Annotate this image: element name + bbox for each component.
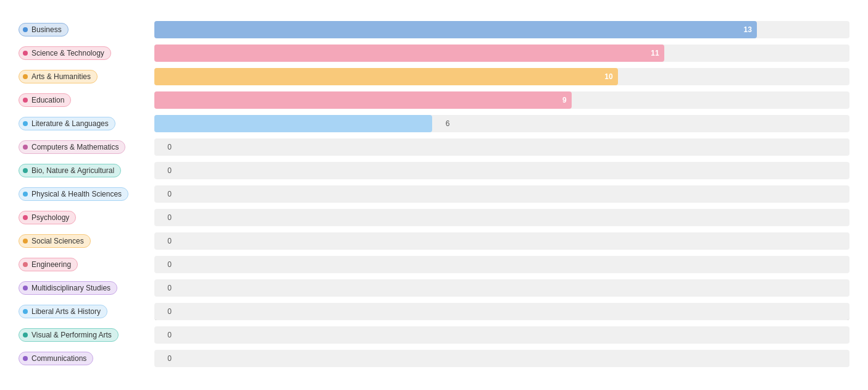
bar-value: 13 bbox=[744, 25, 752, 34]
bar-label-pill: Engineering bbox=[19, 258, 78, 271]
bar-track: 0 bbox=[154, 138, 849, 156]
bar-row: Science & Technology11 bbox=[19, 42, 849, 64]
bars-wrapper: Business13Science & Technology11Arts & H… bbox=[19, 19, 849, 310]
bar-row: Social Sciences0 bbox=[19, 230, 849, 252]
bar-label-container: Communications bbox=[19, 352, 154, 365]
bar-label-pill: Bio, Nature & Agricultural bbox=[19, 164, 121, 177]
bar-track: 0 bbox=[154, 162, 849, 179]
bar-label-container: Education bbox=[19, 93, 154, 107]
bar-dot bbox=[23, 286, 28, 290]
bar-track: 9 bbox=[154, 91, 849, 109]
bar-label-pill: Arts & Humanities bbox=[19, 70, 98, 83]
bar-label-container: Computers & Mathematics bbox=[19, 140, 154, 154]
bar-label-pill: Liberal Arts & History bbox=[19, 305, 107, 318]
bar-row: Liberal Arts & History0 bbox=[19, 300, 849, 323]
bar-row: Bio, Nature & Agricultural0 bbox=[19, 159, 849, 182]
bar-label-container: Arts & Humanities bbox=[19, 70, 154, 83]
bar-track: 0 bbox=[154, 350, 849, 367]
bar-label-text: Education bbox=[31, 96, 64, 104]
bar-row: Physical & Health Sciences0 bbox=[19, 183, 849, 205]
bar-label-container: Physical & Health Sciences bbox=[19, 187, 154, 201]
bar-row: Visual & Performing Arts0 bbox=[19, 324, 849, 346]
bar-label-pill: Literature & Languages bbox=[19, 117, 115, 130]
bar-dot bbox=[23, 262, 28, 267]
bar-label-pill: Communications bbox=[19, 352, 93, 365]
bar-label-pill: Business bbox=[19, 23, 69, 36]
bar-label-pill: Psychology bbox=[19, 211, 76, 224]
bar-label-container: Literature & Languages bbox=[19, 117, 154, 130]
bar-label-text: Visual & Performing Arts bbox=[31, 331, 112, 339]
bar-value: 11 bbox=[651, 49, 659, 57]
bar-value: 10 bbox=[604, 72, 612, 81]
bar-label-text: Psychology bbox=[31, 213, 69, 222]
bar-label-pill: Visual & Performing Arts bbox=[19, 328, 119, 342]
bar-label-pill: Computers & Mathematics bbox=[19, 140, 125, 154]
bar-value: 0 bbox=[167, 260, 172, 269]
bar-track: 10 bbox=[154, 68, 849, 85]
bar-track: 13 bbox=[154, 21, 849, 38]
bar-value: 0 bbox=[167, 237, 172, 245]
bar-fill: 10 bbox=[154, 68, 618, 85]
bar-label-container: Bio, Nature & Agricultural bbox=[19, 164, 154, 177]
bar-label-pill: Physical & Health Sciences bbox=[19, 187, 128, 201]
bar-track: 0 bbox=[154, 303, 849, 320]
bar-dot bbox=[23, 145, 28, 150]
bar-dot bbox=[23, 51, 28, 56]
bar-value: 6 bbox=[446, 119, 450, 128]
bar-value: 0 bbox=[167, 284, 172, 292]
bar-label-container: Multidisciplinary Studies bbox=[19, 281, 154, 295]
bar-label-container: Business bbox=[19, 23, 154, 36]
bar-label-container: Visual & Performing Arts bbox=[19, 328, 154, 342]
bar-dot bbox=[23, 309, 28, 314]
bar-value: 0 bbox=[167, 213, 172, 222]
chart-container: Business13Science & Technology11Arts & H… bbox=[0, 0, 868, 390]
bar-label-pill: Multidisciplinary Studies bbox=[19, 281, 117, 295]
bar-track: 0 bbox=[154, 209, 849, 226]
chart-area: Business13Science & Technology11Arts & H… bbox=[19, 19, 849, 328]
bar-label-text: Business bbox=[31, 25, 62, 34]
bar-row: Business13 bbox=[19, 19, 849, 41]
bar-label-container: Social Sciences bbox=[19, 234, 154, 248]
bar-dot bbox=[23, 215, 28, 220]
bar-fill: 11 bbox=[154, 45, 664, 62]
bar-dot bbox=[23, 192, 28, 197]
bar-dot bbox=[23, 121, 28, 126]
bar-value: 0 bbox=[167, 166, 172, 175]
bar-fill: 9 bbox=[154, 91, 572, 109]
bar-label-text: Science & Technology bbox=[31, 49, 104, 57]
bar-track: 0 bbox=[154, 256, 849, 273]
bar-value: 0 bbox=[167, 143, 172, 151]
bar-row: Engineering0 bbox=[19, 253, 849, 276]
bar-dot bbox=[23, 27, 28, 32]
bar-row: Education9 bbox=[19, 89, 849, 111]
bar-dot bbox=[23, 168, 28, 173]
bar-label-container: Science & Technology bbox=[19, 46, 154, 60]
bar-row: Arts & Humanities10 bbox=[19, 66, 849, 88]
bar-label-pill: Social Sciences bbox=[19, 234, 91, 248]
bar-label-pill: Science & Technology bbox=[19, 46, 111, 60]
bar-row: Literature & Languages6 bbox=[19, 112, 849, 135]
bar-value: 0 bbox=[167, 307, 172, 316]
bar-track: 0 bbox=[154, 326, 849, 344]
bar-label-text: Computers & Mathematics bbox=[31, 143, 119, 151]
bar-dot bbox=[23, 333, 28, 337]
bar-value: 0 bbox=[167, 190, 172, 198]
bar-label-text: Liberal Arts & History bbox=[31, 307, 101, 316]
bar-label-text: Engineering bbox=[31, 260, 71, 269]
bar-label-text: Multidisciplinary Studies bbox=[31, 284, 111, 292]
bar-dot bbox=[23, 356, 28, 361]
bar-track: 11 bbox=[154, 45, 849, 62]
bar-label-pill: Education bbox=[19, 93, 71, 107]
bar-track: 0 bbox=[154, 279, 849, 297]
bar-label-container: Psychology bbox=[19, 211, 154, 224]
bar-label-container: Liberal Arts & History bbox=[19, 305, 154, 318]
bar-label-text: Arts & Humanities bbox=[31, 72, 91, 81]
bar-label-text: Social Sciences bbox=[31, 237, 84, 245]
bar-row: Psychology0 bbox=[19, 206, 849, 229]
bar-track: 0 bbox=[154, 232, 849, 250]
bar-dot bbox=[23, 98, 28, 103]
bar-fill: 6 bbox=[154, 115, 432, 132]
bar-value: 9 bbox=[562, 96, 567, 104]
bar-fill: 13 bbox=[154, 21, 757, 38]
bar-track: 0 bbox=[154, 185, 849, 203]
